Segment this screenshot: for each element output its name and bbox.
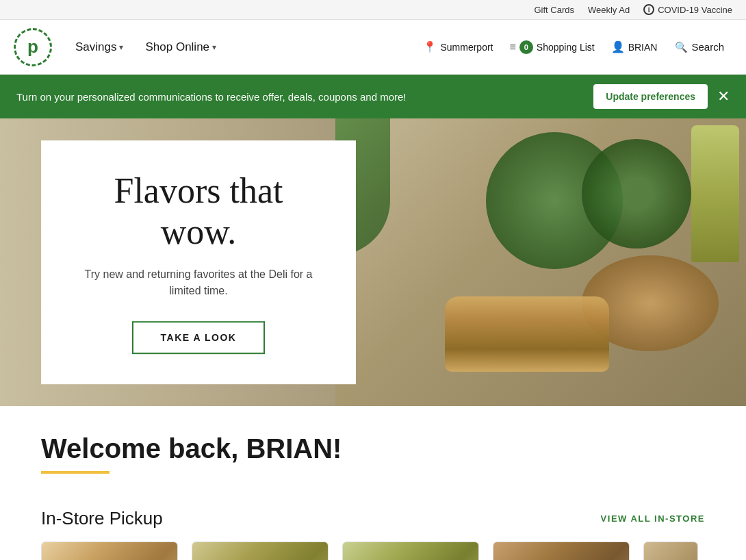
logo-wrap[interactable]: p	[14, 28, 52, 66]
hero-card: Flavors that wow. Try new and returning …	[41, 140, 356, 384]
nav-right: 📍 Summerport ≡ 0 Shopping List 👤 BRIAN 🔍…	[416, 35, 732, 60]
pickup-section: In-Store Pickup VIEW ALL IN-STORE Boar's…	[0, 508, 746, 560]
covid-vaccine-item[interactable]: i COVID-19 Vaccine	[643, 4, 732, 15]
main-nav: p Savings ▾ Shop Online ▾ 📍 Summerport ≡…	[0, 20, 746, 75]
product-card[interactable]	[342, 542, 479, 560]
pickup-section-title: In-Store Pickup	[41, 508, 163, 529]
list-icon: ≡	[509, 41, 515, 53]
covid-vaccine-label: COVID-19 Vaccine	[658, 5, 732, 15]
view-all-in-store-link[interactable]: VIEW ALL IN-STORE	[601, 513, 705, 524]
shop-online-chevron-icon: ▾	[212, 42, 216, 52]
product-image	[343, 542, 478, 560]
product-card-partial[interactable]	[643, 542, 698, 560]
product-cards-row: Boar's HeadOVENGOLDFeast ofTurkey	[41, 542, 705, 560]
hero-subtitle: Try new and returning favorites at the D…	[78, 266, 319, 299]
store-location-item[interactable]: 📍 Summerport	[416, 35, 500, 59]
product-image	[192, 542, 328, 560]
product-card[interactable]	[192, 542, 329, 560]
shop-online-nav-link[interactable]: Shop Online ▾	[136, 34, 226, 61]
close-notification-button[interactable]: ✕	[717, 89, 730, 104]
savings-nav-link[interactable]: Savings ▾	[66, 34, 133, 61]
notification-actions: Update preferences ✕	[593, 84, 730, 109]
hero-section: Flavors that wow. Try new and returning …	[0, 118, 746, 406]
user-account-item[interactable]: 👤 BRIAN	[604, 35, 665, 59]
search-icon: 🔍	[675, 41, 688, 53]
user-icon: 👤	[611, 40, 625, 53]
hero-sandwich	[445, 296, 609, 372]
nav-links: Savings ▾ Shop Online ▾	[66, 34, 416, 61]
product-image-partial	[644, 542, 697, 560]
welcome-underline-decoration	[41, 471, 110, 474]
hero-drink-glass	[691, 125, 739, 262]
update-preferences-button[interactable]: Update preferences	[593, 84, 708, 109]
gift-cards-link[interactable]: Gift Cards	[534, 5, 574, 15]
covid-icon: i	[643, 4, 654, 15]
product-card[interactable]	[41, 542, 178, 560]
hero-food-area	[335, 118, 746, 406]
notification-banner: Turn on your personalized communications…	[0, 75, 746, 118]
product-image	[42, 542, 177, 560]
hero-salad-bowl-small	[582, 139, 691, 249]
product-card[interactable]: Boar's HeadOVENGOLDFeast ofTurkey	[493, 542, 630, 560]
notification-message: Turn on your personalized communications…	[16, 91, 593, 103]
food-image-deli-sub	[343, 542, 478, 560]
welcome-title: Welcome back, BRIAN!	[41, 433, 705, 464]
food-image-sub	[192, 542, 328, 560]
pickup-header: In-Store Pickup VIEW ALL IN-STORE	[41, 508, 705, 529]
food-image-turkey: Boar's HeadOVENGOLDFeast ofTurkey	[493, 542, 629, 560]
shopping-list-item[interactable]: ≡ 0 Shopping List	[502, 35, 601, 60]
publix-logo: p	[14, 28, 52, 66]
welcome-section: Welcome back, BRIAN!	[0, 406, 746, 508]
weekly-ad-link[interactable]: Weekly Ad	[588, 5, 630, 15]
location-pin-icon: 📍	[423, 40, 437, 53]
utility-bar: Gift Cards Weekly Ad i COVID-19 Vaccine	[0, 0, 746, 20]
hero-cta-button[interactable]: TAKE A LOOK	[132, 321, 266, 354]
hero-title: Flavors that wow.	[78, 170, 319, 253]
product-image: Boar's HeadOVENGOLDFeast ofTurkey	[493, 542, 629, 560]
food-image-wrap	[42, 542, 177, 560]
cart-count-badge: 0	[519, 40, 533, 54]
search-button[interactable]: 🔍 Search	[667, 36, 732, 59]
savings-chevron-icon: ▾	[119, 42, 123, 52]
food-image-partial-5	[644, 542, 697, 560]
